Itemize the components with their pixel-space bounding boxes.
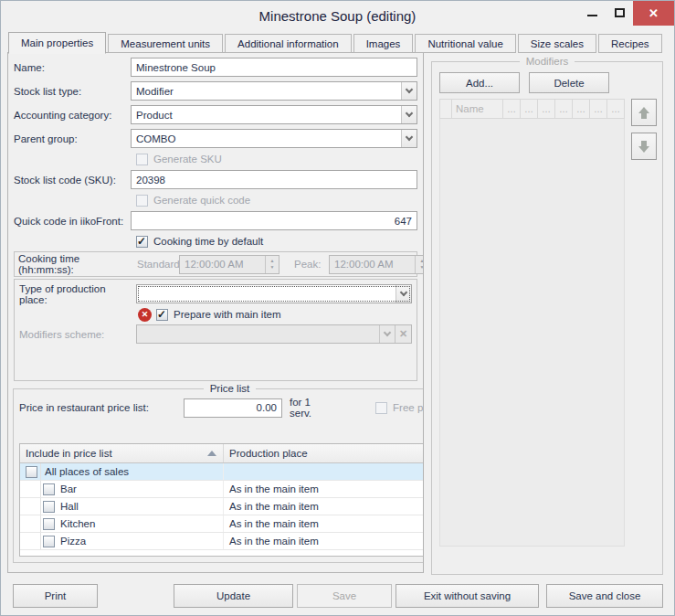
- row-checkbox[interactable]: [43, 483, 55, 495]
- column-header-include-in-price-list[interactable]: Include in price list: [20, 444, 224, 462]
- tab-measurement-units[interactable]: Measurement units: [108, 34, 223, 53]
- spinner-up-down-icon: [415, 256, 424, 273]
- name-label: Name:: [14, 62, 131, 73]
- peak-time-spinner: 12:00:00 AM: [329, 255, 424, 274]
- sku-input[interactable]: 20398: [131, 170, 417, 189]
- chevron-down-icon[interactable]: [401, 106, 417, 123]
- exit-without-saving-button[interactable]: Exit without saving: [396, 584, 539, 608]
- up-arrow-icon: [638, 107, 649, 113]
- chevron-down-icon[interactable]: [401, 130, 417, 147]
- production-section: Type of production place: Prepare with m…: [14, 279, 417, 381]
- modifiers-table: Name … … … … … … …: [439, 99, 625, 547]
- production-place-select[interactable]: [136, 284, 412, 303]
- tab-recipes[interactable]: Recipes: [598, 34, 662, 53]
- modifiers-col-ellipsis: …: [590, 99, 607, 119]
- chevron-down-icon: [379, 325, 395, 343]
- parent-group-row: Parent group: COMBO: [14, 129, 417, 148]
- column-header-production-place[interactable]: Production place: [224, 444, 424, 462]
- clear-icon: [395, 325, 411, 343]
- close-button[interactable]: ✕: [633, 1, 674, 26]
- price-list-group: Price list Price in restaurant price lis…: [13, 383, 424, 563]
- tree-gutter: [20, 498, 41, 515]
- generate-quick-code-label: Generate quick code: [153, 195, 250, 206]
- generate-sku-label: Generate SKU: [153, 154, 222, 165]
- save-button: Save: [297, 584, 392, 608]
- save-and-close-button[interactable]: Save and close: [546, 584, 663, 608]
- generate-sku-row: Generate SKU: [136, 153, 417, 165]
- tab-nutritional-value[interactable]: Nutritional value: [415, 34, 515, 53]
- modifiers-reorder-controls: [631, 99, 657, 547]
- modifiers-col-ellipsis: …: [607, 99, 625, 119]
- standard-label: Standard:: [137, 259, 179, 270]
- modifiers-group: Modifiers Add... Delete Name … … … …: [431, 56, 663, 575]
- cooking-time-panel: Cooking time (hh:mm:ss): Standard: 12:00…: [14, 251, 417, 277]
- sku-row: Stock list code (SKU): 20398: [14, 170, 417, 189]
- tree-gutter: [20, 463, 41, 480]
- price-list-legend: Price list: [204, 383, 256, 394]
- update-button[interactable]: Update: [174, 584, 293, 608]
- table-header: Include in price list Production place: [20, 444, 424, 463]
- cooking-time-default-checkbox[interactable]: [136, 236, 148, 248]
- generate-sku-checkbox: [136, 154, 148, 165]
- minimize-button[interactable]: [578, 1, 606, 24]
- price-list-table: Include in price list Production place A…: [19, 443, 424, 557]
- name-input[interactable]: Minestrone Soup: [131, 58, 417, 77]
- modifiers-table-body: [439, 119, 625, 547]
- accounting-category-select[interactable]: Product: [131, 105, 417, 124]
- tree-gutter: [20, 533, 41, 549]
- modifiers-col-name: Name: [452, 99, 503, 119]
- modifiers-col-ellipsis: …: [503, 99, 521, 119]
- price-row: Price in restaurant price list: 0.00 for…: [19, 398, 424, 418]
- stock-list-type-select[interactable]: Modifier: [131, 81, 417, 101]
- standard-time-spinner: 12:00:00 AM: [179, 255, 279, 274]
- tab-additional-information[interactable]: Additional information: [225, 34, 352, 53]
- peak-label: Peak:: [294, 259, 329, 270]
- quick-code-input[interactable]: 647: [131, 211, 417, 230]
- delete-modifier-button[interactable]: Delete: [529, 72, 609, 93]
- free-price-label: Free price: [393, 402, 424, 413]
- table-row[interactable]: Kitchen As in the main item: [20, 515, 424, 533]
- sort-ascending-icon: [207, 451, 216, 456]
- move-down-button[interactable]: [631, 133, 657, 160]
- maximize-button[interactable]: [606, 1, 633, 24]
- parent-group-select[interactable]: COMBO: [131, 129, 417, 148]
- window-title: Minestrone Soup (editing): [1, 8, 674, 24]
- modifiers-panel: Modifiers Add... Delete Name … … … …: [427, 52, 668, 573]
- down-arrow-icon: [638, 146, 649, 153]
- chevron-down-icon[interactable]: [401, 82, 417, 100]
- tab-images[interactable]: Images: [353, 34, 414, 53]
- move-up-button[interactable]: [631, 99, 657, 126]
- dialog-window: Minestrone Soup (editing) ✕ Main propert…: [0, 0, 675, 616]
- tab-strip: Main properties Measurement units Additi…: [8, 31, 667, 53]
- table-row[interactable]: Hall As in the main item: [20, 498, 424, 515]
- quick-code-label: Quick code in iikoFront:: [14, 216, 131, 227]
- accounting-category-row: Accounting category: Product: [14, 105, 417, 124]
- stock-list-type-label: Stock list type:: [14, 86, 131, 97]
- minimize-icon: [587, 15, 597, 16]
- add-modifier-button[interactable]: Add...: [439, 72, 520, 93]
- row-checkbox[interactable]: [43, 536, 55, 547]
- price-input[interactable]: 0.00: [184, 398, 282, 418]
- table-row[interactable]: All places of sales: [20, 463, 424, 481]
- table-row[interactable]: Bar As in the main item: [20, 481, 424, 498]
- modifiers-scheme-select: [136, 324, 412, 344]
- tab-main-properties[interactable]: Main properties: [8, 32, 106, 54]
- row-checkbox[interactable]: [43, 501, 55, 513]
- tree-gutter: [20, 515, 41, 532]
- print-button[interactable]: Print: [13, 584, 98, 608]
- table-row[interactable]: Pizza As in the main item: [20, 533, 424, 550]
- modifiers-table-header: Name … … … … … … …: [439, 99, 625, 119]
- cooking-time-default-label: Cooking time by default: [153, 236, 263, 247]
- cooking-time-label: Cooking time (hh:mm:ss):: [18, 253, 137, 275]
- prepare-with-main-checkbox[interactable]: [156, 309, 168, 321]
- modifiers-col-ellipsis: …: [538, 99, 555, 119]
- tab-size-scales[interactable]: Size scales: [518, 34, 596, 53]
- row-checkbox[interactable]: [26, 466, 37, 478]
- free-price-checkbox: [375, 402, 387, 414]
- close-icon: ✕: [649, 7, 659, 19]
- row-checkbox[interactable]: [43, 518, 55, 530]
- chevron-down-icon[interactable]: [396, 285, 411, 303]
- maximize-icon: [615, 8, 625, 17]
- generate-quick-code-checkbox: [136, 195, 148, 207]
- production-place-label: Type of production place:: [19, 283, 136, 305]
